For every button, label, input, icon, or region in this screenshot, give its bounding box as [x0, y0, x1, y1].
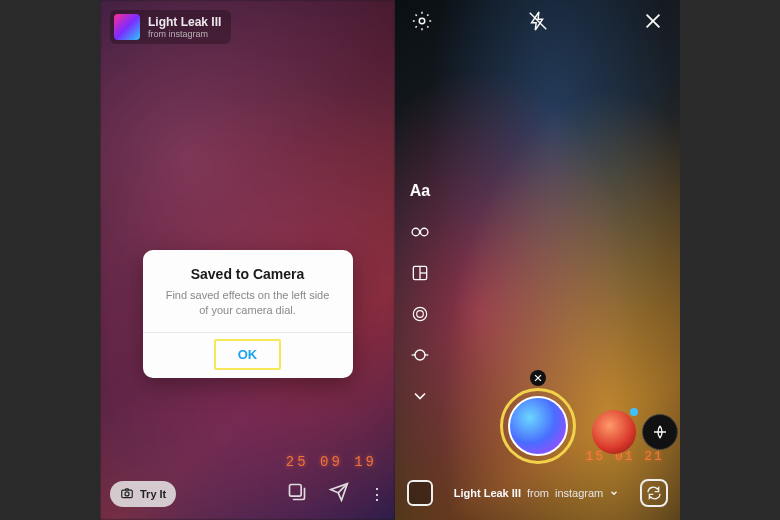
effect-close-icon[interactable]	[530, 370, 546, 386]
flash-off-icon[interactable]	[525, 10, 551, 32]
svg-rect-0	[122, 490, 133, 498]
effect-source: instagram	[555, 487, 603, 499]
settings-icon[interactable]	[409, 10, 435, 32]
bottom-bar: Light Leak III from instagram	[395, 474, 680, 512]
svg-rect-2	[290, 485, 302, 497]
svg-point-14	[415, 350, 425, 360]
try-it-button[interactable]: Try It	[110, 481, 176, 507]
effect-dial	[395, 372, 680, 464]
shutter-button[interactable]	[500, 388, 576, 464]
effect-name: Light Leak III	[454, 487, 521, 499]
send-icon[interactable]	[329, 482, 349, 506]
effect-chip[interactable]: Light Leak III from instagram	[110, 10, 231, 44]
svg-point-3	[419, 18, 425, 24]
svg-point-1	[125, 492, 129, 496]
svg-point-12	[417, 311, 424, 318]
try-it-label: Try It	[140, 488, 166, 500]
ok-button[interactable]: OK	[214, 339, 282, 370]
gallery-button[interactable]	[407, 480, 433, 506]
dialog-body: Find saved effects on the left side of y…	[143, 288, 353, 332]
effect-label[interactable]: Light Leak III from instagram	[454, 487, 620, 499]
shutter-effect-preview	[508, 396, 568, 456]
save-icon[interactable]	[287, 482, 307, 506]
right-screen: Aa 15 01 21 Light Leak III	[395, 0, 680, 520]
svg-point-13	[413, 307, 426, 320]
effect-from-word: from	[527, 487, 549, 499]
effect-subtitle: from instagram	[148, 29, 221, 39]
effect-option-next[interactable]	[592, 410, 636, 454]
switch-camera-button[interactable]	[640, 479, 668, 507]
multi-capture-tool[interactable]	[409, 303, 431, 325]
top-bar	[395, 10, 680, 32]
text-tool[interactable]: Aa	[409, 180, 431, 202]
saved-dialog: Saved to Camera Find saved effects on th…	[143, 250, 353, 378]
level-tool[interactable]	[409, 344, 431, 366]
left-screen: Light Leak III from instagram Saved to C…	[100, 0, 395, 520]
layout-tool[interactable]	[409, 262, 431, 284]
svg-point-8	[420, 228, 428, 236]
boomerang-tool[interactable]	[409, 221, 431, 243]
camera-icon	[120, 486, 134, 502]
effect-thumbnail	[114, 14, 140, 40]
datestamp: 25 09 19	[286, 454, 377, 470]
dialog-title: Saved to Camera	[143, 250, 353, 288]
dialog-divider	[143, 332, 353, 333]
more-icon[interactable]: ⋮	[369, 485, 385, 504]
effect-browse[interactable]	[642, 414, 678, 450]
bottom-bar: Try It ⋮	[100, 476, 395, 512]
chevron-down-icon	[609, 488, 619, 498]
svg-point-7	[412, 228, 420, 236]
effect-title: Light Leak III	[148, 15, 221, 29]
close-icon[interactable]	[640, 10, 666, 32]
